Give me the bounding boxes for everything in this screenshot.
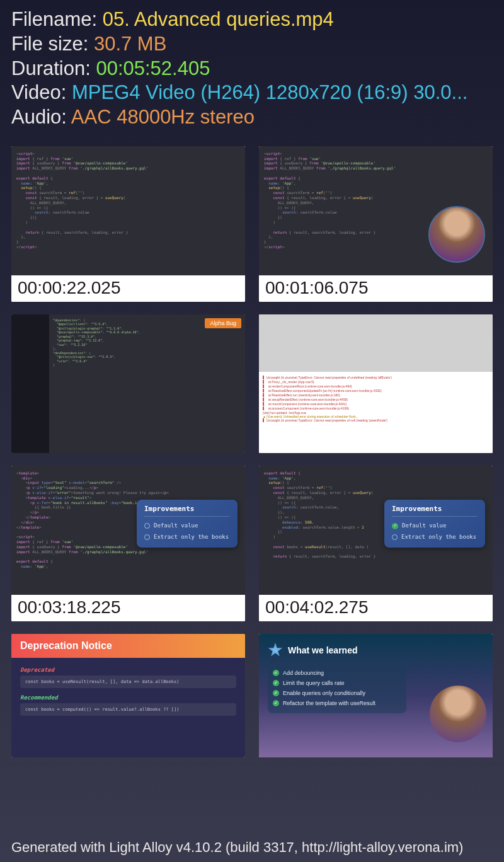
learned-item: ✓Refactor the template with useResult: [273, 698, 401, 708]
presenter-avatar: [430, 686, 486, 742]
thumbnail-card: Uncaught (in promise) TypeError: Cannot …: [259, 314, 493, 453]
popup-title: Improvements: [144, 505, 230, 517]
thumbnail-card: "dependencies": { "@apollo/client": "^3.…: [11, 314, 245, 453]
timestamp: 00:03:18.225: [11, 595, 245, 621]
check-icon: ✓: [273, 690, 279, 696]
duration-label: Duration:: [11, 57, 96, 79]
check-icon: ✓: [392, 523, 398, 529]
audio-row: Audio: AAC 48000Hz stereo: [11, 105, 493, 130]
popup-title: Improvements: [392, 505, 478, 517]
duration-value: 00:05:52.405: [96, 57, 210, 79]
radio-icon: [144, 523, 150, 529]
thumbnail-image: <template> <div> <input type="text" v-mo…: [11, 466, 245, 595]
learned-list: ✓Add debouncing ✓Limit the query calls r…: [268, 663, 406, 713]
popup-item: Default value: [144, 520, 230, 532]
learned-item: ✓Enable queries only conditionally: [273, 688, 401, 698]
learned-title-row: What we learned: [268, 643, 484, 658]
improvements-popup: Improvements Default value Extract only …: [137, 500, 238, 548]
audio-label: Audio:: [11, 106, 71, 128]
popup-item: ✓Default value: [392, 520, 478, 532]
alpha-bug-badge: Alpha Bug: [205, 318, 241, 328]
popup-item: Extract only the books: [144, 532, 230, 543]
timestamp: 00:04:02.275: [259, 595, 493, 621]
presenter-avatar: [428, 206, 485, 263]
browser-viewport: [259, 314, 493, 371]
filename-row: Filename: 05. Advanced queries.mp4: [11, 8, 493, 32]
thumbnail-card: <script> import { ref } from 'vue' impor…: [259, 146, 493, 302]
ide-sidebar: [11, 314, 49, 453]
popup-item: Extract only the books: [392, 532, 478, 543]
learned-title: What we learned: [288, 645, 357, 655]
recommended-label: Recommended: [20, 694, 236, 701]
radio-icon: [144, 534, 150, 540]
ide-editor: "dependencies": { "@apollo/client": "^3.…: [49, 314, 245, 453]
thumbnail-card: <template> <div> <input type="text" v-mo…: [11, 466, 245, 621]
deprecation-header: Deprecation Notice: [11, 634, 245, 658]
thumbnail-image: Deprecation Notice Deprecated const book…: [11, 634, 245, 757]
filesize-value: 30.7 MB: [94, 33, 166, 55]
devtools-console: Uncaught (in promise) TypeError: Cannot …: [259, 371, 493, 453]
recommended-code: const books = computed(() => result.valu…: [20, 703, 236, 716]
audio-value: AAC 48000Hz stereo: [71, 106, 255, 128]
video-row: Video: MPEG4 Video (H264) 1280x720 (16:9…: [11, 81, 493, 105]
thumbnail-card: <script> import { ref } from 'vue' impor…: [11, 146, 245, 302]
radio-icon: [392, 534, 398, 540]
file-info-panel: Filename: 05. Advanced queries.mp4 File …: [0, 0, 504, 135]
thumbnail-image: "dependencies": { "@apollo/client": "^3.…: [11, 314, 245, 453]
timestamp: 00:00:22.025: [11, 275, 245, 302]
deprecated-code: const books = useResult(result, [], data…: [20, 675, 236, 688]
thumbnail-card: What we learned ✓Add debouncing ✓Limit t…: [259, 634, 493, 757]
filename-label: Filename:: [11, 8, 103, 30]
duration-row: Duration: 00:05:52.405: [11, 57, 493, 81]
thumbnail-card: Deprecation Notice Deprecated const book…: [11, 634, 245, 757]
learned-item: ✓Add debouncing: [273, 668, 401, 678]
thumbnail-image: What we learned ✓Add debouncing ✓Limit t…: [259, 634, 493, 757]
footer-text: Generated with Light Alloy v4.10.2 (buil…: [11, 839, 463, 856]
filesize-row: File size: 30.7 MB: [11, 32, 493, 57]
video-value: MPEG4 Video (H264) 1280x720 (16:9) 30.0.…: [72, 81, 467, 103]
thumbnail-image: <script> import { ref } from 'vue' impor…: [11, 146, 245, 275]
check-icon: ✓: [273, 680, 279, 686]
thumbnail-image: export default { name: 'App', setup() { …: [259, 466, 493, 595]
star-icon: [268, 643, 283, 658]
check-icon: ✓: [273, 700, 279, 706]
learned-item: ✓Limit the query calls rate: [273, 678, 401, 688]
video-label: Video:: [11, 81, 72, 103]
filesize-label: File size:: [11, 33, 94, 55]
deprecation-body: Deprecated const books = useResult(resul…: [11, 658, 245, 731]
check-icon: ✓: [273, 670, 279, 676]
improvements-popup: Improvements ✓Default value Extract only…: [384, 500, 485, 548]
thumbnail-image: Uncaught (in promise) TypeError: Cannot …: [259, 314, 493, 453]
filename-value: 05. Advanced queries.mp4: [103, 8, 334, 30]
timestamp: 00:01:06.075: [259, 275, 493, 302]
thumbnail-image: <script> import { ref } from 'vue' impor…: [259, 146, 493, 275]
thumbnail-grid: <script> import { ref } from 'vue' impor…: [0, 135, 504, 769]
deprecated-label: Deprecated: [20, 667, 236, 673]
thumbnail-card: export default { name: 'App', setup() { …: [259, 466, 493, 621]
